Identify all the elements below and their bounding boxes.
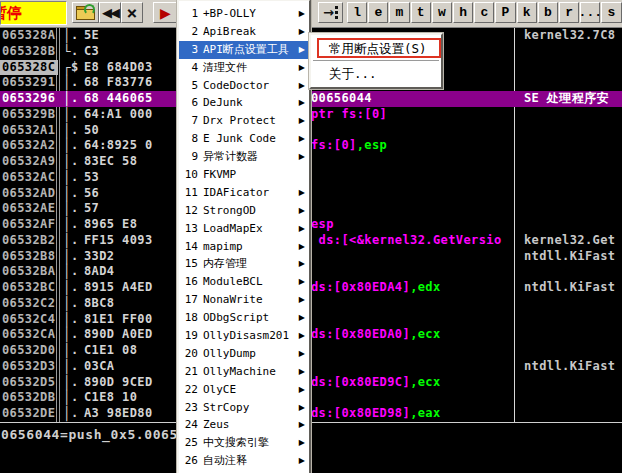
disasm-address: 06532D5: [2, 375, 55, 391]
window-button-k[interactable]: k: [517, 2, 537, 23]
window-button-b[interactable]: b: [538, 2, 558, 23]
disasm-row-06532A9[interactable]: 06532A9│.83EC 58: [0, 154, 622, 170]
menu-item-12[interactable]: 12StrongOD▶: [179, 202, 309, 220]
submenu-item-about[interactable]: 关于...: [311, 62, 441, 85]
disasm-row-06532D3[interactable]: 06532D3│.03CAntdll.KiFast: [0, 359, 622, 375]
menu-item-21[interactable]: 21OllyMachine▶: [179, 363, 309, 381]
menu-item-20[interactable]: 20OllyDump▶: [179, 345, 309, 363]
disasm-row-06532BA[interactable]: 06532BA│.8AD4: [0, 264, 622, 280]
disasm-row-06532D5[interactable]: 06532D5│.890D 9CEDds:[0x80ED9C],ecx: [0, 375, 622, 391]
window-button-h[interactable]: h: [453, 2, 473, 23]
disasm-operands: 00656044: [311, 91, 372, 107]
disasm-row-06532A2[interactable]: 06532A2│.64:8925 0fs:[0],esp: [0, 138, 622, 154]
menu-item-1[interactable]: 1+BP-OLLY▶: [179, 5, 309, 23]
disasm-address: 06532AC: [2, 170, 55, 186]
menu-item-number: 11: [179, 184, 198, 202]
window-button-m[interactable]: m: [389, 2, 409, 23]
menu-item-8[interactable]: 8E Junk Code▶: [179, 130, 309, 148]
menu-item-18[interactable]: 18ODbgScript▶: [179, 309, 309, 327]
window-button-r[interactable]: r: [559, 2, 579, 23]
submenu-arrow-icon: ▶: [299, 327, 305, 345]
disasm-row-06532CA[interactable]: 06532CA│.890D A0EDds:[0x80EDA0],ecx: [0, 327, 622, 343]
menu-item-19[interactable]: 19OllyDisasm201▶: [179, 327, 309, 345]
disasm-row-06532A1[interactable]: 06532A1│.50: [0, 123, 622, 139]
run-button[interactable]: ▶: [153, 2, 178, 23]
disasm-row-0653296[interactable]: 0653296│.68 44606500656044SE 处理程序安: [0, 91, 622, 107]
function-brace: │: [63, 280, 71, 296]
operand-register: ,eax: [410, 406, 441, 420]
menu-item-10[interactable]: 10FKVMP: [179, 166, 309, 184]
menu-item-7[interactable]: 7Drx Protect▶: [179, 112, 309, 130]
menu-item-13[interactable]: 13LoadMapEx▶: [179, 220, 309, 238]
disasm-row-06532C4[interactable]: 06532C4│.81E1 FF00: [0, 312, 622, 328]
disasm-row-06532C2[interactable]: 06532C2│.8BC8: [0, 296, 622, 312]
menu-item-5[interactable]: 5CodeDoctor▶: [179, 77, 309, 95]
disasm-row-06532AC[interactable]: 06532AC│.53: [0, 170, 622, 186]
menu-item-6[interactable]: 6DeJunk▶: [179, 94, 309, 112]
menu-item-2[interactable]: 2ApiBreak▶: [179, 23, 309, 41]
menu-item-14[interactable]: 14mapimp▶: [179, 238, 309, 256]
menu-item-3[interactable]: 3API断点设置工具▶: [179, 41, 309, 59]
window-button-w[interactable]: w: [432, 2, 452, 23]
operand-memory: ptr fs:[0]: [311, 107, 387, 121]
function-brace: │: [63, 296, 71, 312]
menu-item-label: Drx Protect: [203, 114, 276, 127]
open-file-button[interactable]: [72, 2, 99, 23]
opcode-bytes: 57: [84, 201, 99, 217]
window-button-P[interactable]: P: [495, 2, 515, 23]
function-brace: │: [63, 359, 71, 375]
menu-item-16[interactable]: 16ModuleBCL▶: [179, 273, 309, 291]
window-button-c[interactable]: c: [474, 2, 494, 23]
menu-item-26[interactable]: 26自动注释▶: [179, 452, 309, 470]
menu-item-22[interactable]: 22OlyCE▶: [179, 381, 309, 399]
menu-item-number: 20: [179, 345, 198, 363]
disasm-row-065329B[interactable]: 065329B│.64:A1 000ptr fs:[0]: [0, 107, 622, 123]
opcode-bytes: C1E1 08: [84, 343, 137, 359]
menu-item-label: 自动注释: [203, 454, 247, 467]
submenu-arrow-icon: ▶: [299, 220, 305, 238]
disasm-row-06532D0[interactable]: 06532D0│.C1E1 08: [0, 343, 622, 359]
menu-item-number: 8: [179, 130, 198, 148]
disasm-row-06532AD[interactable]: 06532AD│.56: [0, 186, 622, 202]
disasm-operands: fs:[0],esp: [311, 138, 387, 154]
function-brace: │: [63, 249, 71, 265]
function-brace: │: [63, 28, 71, 44]
trace-button[interactable]: →: [318, 2, 343, 23]
info-pane-divider[interactable]: [0, 422, 622, 423]
menu-item-label: ODbgScript: [203, 311, 269, 324]
menu-item-9[interactable]: 9异常计数器▶: [179, 148, 309, 166]
window-button-t[interactable]: t: [411, 2, 431, 23]
window-button-s[interactable]: s: [601, 2, 621, 23]
submenu-arrow-icon: ▶: [299, 399, 305, 417]
restart-button[interactable]: ◀◀: [99, 2, 121, 23]
disasm-row-06532DB[interactable]: 06532DB│.C1E8 10: [0, 390, 622, 406]
menu-item-17[interactable]: 17NonaWrite▶: [179, 291, 309, 309]
disasm-row-06532BC[interactable]: 06532BC│.8915 A4EDds:[0x80EDA4],edxntdll…: [0, 280, 622, 296]
close-button[interactable]: ×: [121, 2, 143, 23]
disassembly-pane[interactable]: 065328A│.5Ekernel32.7C8065328B└.C3065328…: [0, 28, 622, 473]
disasm-row-06532B2[interactable]: 06532B2│.FF15 4093 ds:[<&kernel32.GetVer…: [0, 233, 622, 249]
analysis-mark: .: [71, 123, 79, 139]
disasm-comment: ntdll.KiFast: [524, 359, 616, 375]
close-icon: ×: [127, 5, 138, 21]
disasm-address: 06532D0: [2, 343, 55, 359]
opcode-bytes: 56: [84, 186, 99, 202]
disasm-operands: ds:[0x80ED98],eax: [311, 406, 441, 422]
menu-item-15[interactable]: 15内存管理▶: [179, 255, 309, 273]
menu-item-23[interactable]: 23StrCopy▶: [179, 399, 309, 417]
menu-item-label: mapimp: [203, 240, 243, 253]
menu-item-24[interactable]: 24Zeus▶: [179, 416, 309, 434]
open-folder-icon: [76, 6, 95, 20]
menu-item-25[interactable]: 25中文搜索引擎▶: [179, 434, 309, 452]
window-button-l[interactable]: l: [347, 2, 367, 23]
opcode-bytes: C1E8 10: [84, 390, 137, 406]
menu-item-4[interactable]: 4清理文件▶: [179, 59, 309, 77]
disasm-row-06532AE[interactable]: 06532AE│.57: [0, 201, 622, 217]
window-button-dotdotdot[interactable]: ...: [580, 2, 600, 23]
opcode-bytes: A3 98ED80: [84, 406, 153, 422]
disasm-row-06532AF[interactable]: 06532AF│.8965 E8esp: [0, 217, 622, 233]
menu-item-11[interactable]: 11IDAFicator▶: [179, 184, 309, 202]
disasm-row-06532DE[interactable]: 06532DE│.A3 98ED80ds:[0x80ED98],eax: [0, 406, 622, 422]
disasm-row-06532B8[interactable]: 06532B8│.33D2ntdll.KiFast: [0, 249, 622, 265]
window-button-e[interactable]: e: [368, 2, 388, 23]
